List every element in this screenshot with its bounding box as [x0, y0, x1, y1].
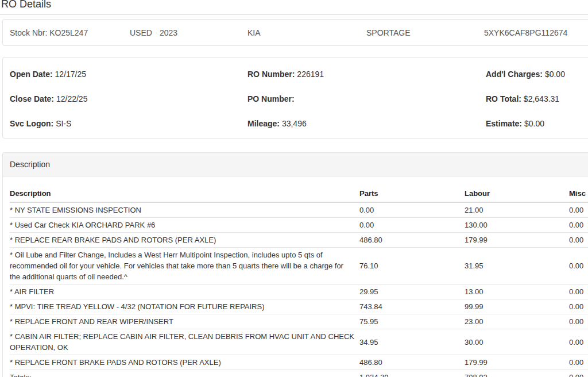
- table-row: * AIR FILTER 29.95 13.00 0.00: [10, 284, 588, 299]
- detail-field-po-number: PO Number:: [247, 87, 486, 111]
- stock-number-value: KO25L247: [49, 28, 88, 37]
- totals-label: Totals:: [10, 370, 359, 377]
- table-row: * MPVI: TIRE TREAD YELLOW - 4/32 (NOTATI…: [10, 299, 588, 314]
- title-divider: [0, 14, 588, 15]
- stock-number-field: Stock Nbr: KO25L247: [10, 28, 88, 37]
- table-row: * Oil Lube and Filter Change, Includes a…: [10, 248, 588, 284]
- description-panel-body: Description Parts Labour Misc * NY STATE…: [3, 176, 588, 377]
- table-totals-row: Totals: 1,934.39 708.92 0.00: [10, 370, 588, 377]
- cell-labour: 21.00: [465, 202, 569, 218]
- detail-label-close-date: Close Date:: [10, 94, 54, 103]
- detail-value-estimate: $0.00: [524, 119, 544, 128]
- vehicle-summary-bar: Stock Nbr: KO25L247 USED 2023 KIA SPORTA…: [2, 19, 588, 46]
- detail-value-ro-number: 226191: [297, 70, 324, 79]
- table-row: * REPLACE REAR BRAKE PADS AND ROTORS (PE…: [10, 233, 588, 248]
- ro-details-grid: Open Date: 12/17/25 RO Number: 226191 Ad…: [10, 62, 588, 136]
- detail-value-mileage: 33,496: [282, 119, 307, 128]
- column-header-description: Description: [10, 188, 359, 202]
- cell-misc: 0.00: [569, 299, 588, 314]
- description-panel: Description Description Parts Labour Mis…: [2, 152, 588, 377]
- cell-misc: 0.00: [569, 218, 588, 233]
- detail-label-addl-charges: Add'l Charges:: [486, 70, 543, 79]
- detail-field-open-date: Open Date: 12/17/25: [10, 62, 247, 87]
- cell-parts: 743.84: [359, 299, 465, 314]
- vehicle-make: KIA: [247, 28, 261, 37]
- cell-description: * Used Car Check KIA ORCHARD PARK #6: [10, 218, 359, 233]
- cell-description: * REPLACE REAR BRAKE PADS AND ROTORS (PE…: [10, 233, 359, 248]
- table-row: * Used Car Check KIA ORCHARD PARK #6 0.0…: [10, 218, 588, 233]
- detail-label-ro-number: RO Number:: [247, 70, 295, 79]
- table-header-row: Description Parts Labour Misc: [10, 188, 588, 202]
- page-title: RO Details: [1, 0, 588, 14]
- table-row: * REPLACE FRONT AND REAR WIPER/INSERT 75…: [10, 314, 588, 329]
- cell-parts: 486.80: [359, 355, 465, 370]
- cell-description: * REPLACE FRONT AND REAR WIPER/INSERT: [10, 314, 359, 329]
- cell-labour: 23.00: [465, 314, 569, 329]
- detail-value-close-date: 12/22/25: [56, 94, 88, 103]
- detail-field-svc-logon: Svc Logon: SI-S: [10, 111, 247, 136]
- cell-misc: 0.00: [569, 314, 588, 329]
- cell-misc: 0.00: [569, 202, 588, 218]
- detail-field-ro-total: RO Total: $2,643.31: [486, 87, 588, 111]
- cell-parts: 486.80: [359, 233, 465, 248]
- cell-parts: 29.95: [359, 284, 465, 299]
- cell-misc: 0.00: [569, 233, 588, 248]
- vehicle-condition: USED: [130, 28, 152, 37]
- ro-lines-table: Description Parts Labour Misc * NY STATE…: [10, 188, 588, 377]
- cell-misc: 0.00: [569, 284, 588, 299]
- cell-labour: 179.99: [465, 355, 569, 370]
- cell-labour: 179.99: [465, 233, 569, 248]
- vehicle-vin: 5XYK6CAF8PG112674: [484, 28, 567, 37]
- cell-description: * CABIN AIR FILTER; REPLACE CABIN AIR FI…: [10, 329, 359, 355]
- detail-label-estimate: Estimate:: [486, 119, 522, 128]
- column-header-parts: Parts: [359, 188, 465, 202]
- cell-parts: 0.00: [359, 202, 465, 218]
- detail-value-open-date: 12/17/25: [55, 70, 87, 79]
- cell-labour: 130.00: [465, 218, 569, 233]
- vehicle-model: SPORTAGE: [366, 28, 411, 37]
- detail-label-mileage: Mileage:: [247, 119, 280, 128]
- detail-value-svc-logon: SI-S: [56, 119, 71, 128]
- detail-field-addl-charges: Add'l Charges: $0.00: [486, 62, 588, 87]
- table-row: * CABIN AIR FILTER; REPLACE CABIN AIR FI…: [10, 329, 588, 355]
- vehicle-year: 2023: [160, 28, 177, 37]
- cell-labour: 99.99: [465, 299, 569, 314]
- detail-field-mileage: Mileage: 33,496: [247, 111, 486, 136]
- ro-details-box: Open Date: 12/17/25 RO Number: 226191 Ad…: [2, 57, 588, 139]
- detail-value-ro-total: $2,643.31: [524, 94, 559, 103]
- stock-number-label: Stock Nbr:: [10, 28, 47, 37]
- cell-parts: 1,934.39: [359, 370, 465, 377]
- table-row: * NY STATE EMISSIONS INSPECTION 0.00 21.…: [10, 202, 588, 218]
- detail-label-open-date: Open Date:: [10, 70, 53, 79]
- table-row: * REPLACE FRONT BRAKE PADS AND ROTORS (P…: [10, 355, 588, 370]
- cell-misc: 0.00: [569, 355, 588, 370]
- cell-parts: 0.00: [359, 218, 465, 233]
- column-header-labour: Labour: [465, 188, 569, 202]
- detail-field-close-date: Close Date: 12/22/25: [10, 87, 247, 111]
- description-panel-header: Description: [3, 153, 588, 176]
- detail-label-ro-total: RO Total:: [486, 94, 521, 103]
- detail-label-po-number: PO Number:: [247, 94, 295, 103]
- detail-label-svc-logon: Svc Logon:: [10, 119, 53, 128]
- cell-misc: 0.00: [569, 370, 588, 377]
- detail-value-addl-charges: $0.00: [545, 70, 565, 79]
- cell-description: * Oil Lube and Filter Change, Includes a…: [10, 248, 359, 284]
- cell-labour: 31.95: [465, 248, 569, 284]
- cell-misc: 0.00: [569, 329, 588, 355]
- detail-field-estimate: Estimate: $0.00: [486, 111, 588, 136]
- cell-parts: 75.95: [359, 314, 465, 329]
- cell-description: * MPVI: TIRE TREAD YELLOW - 4/32 (NOTATI…: [10, 299, 359, 314]
- cell-labour: 13.00: [465, 284, 569, 299]
- cell-description: * NY STATE EMISSIONS INSPECTION: [10, 202, 359, 218]
- cell-parts: 76.10: [359, 248, 465, 284]
- cell-description: * AIR FILTER: [10, 284, 359, 299]
- detail-field-ro-number: RO Number: 226191: [247, 62, 486, 87]
- cell-description: * REPLACE FRONT BRAKE PADS AND ROTORS (P…: [10, 355, 359, 370]
- cell-parts: 34.95: [359, 329, 465, 355]
- cell-misc: 0.00: [569, 248, 588, 284]
- cell-labour: 30.00: [465, 329, 569, 355]
- cell-labour: 708.92: [465, 370, 569, 377]
- column-header-misc: Misc: [569, 188, 588, 202]
